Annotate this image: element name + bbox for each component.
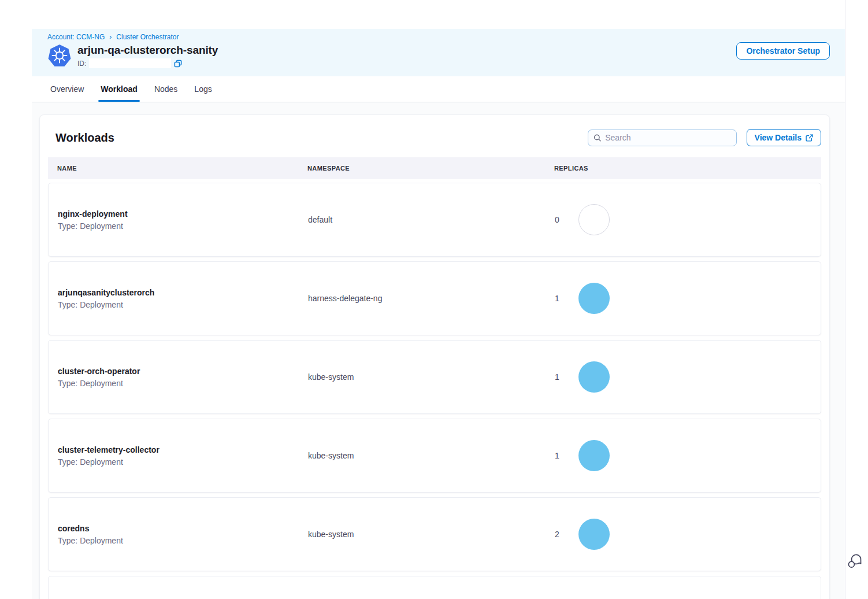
namespace-cell: harness-delegate-ng: [308, 294, 555, 303]
column-header-namespace: NAMESPACE: [307, 165, 554, 172]
workloads-title: Workloads: [55, 131, 114, 145]
orchestrator-setup-button[interactable]: Orchestrator Setup: [736, 42, 830, 60]
tab-bar: OverviewWorkloadNodesLogs: [32, 76, 845, 102]
workload-name: nginx-deployment: [58, 209, 308, 219]
namespace-cell: kube-system: [308, 451, 555, 460]
replicas-count: 0: [555, 215, 562, 224]
workload-name: coredns: [58, 524, 308, 533]
workload-name-cell: arjunqasanityclusterorchType: Deployment: [58, 288, 308, 309]
replicas-count: 2: [555, 530, 562, 539]
workload-namespace: kube-system: [308, 451, 555, 460]
replicas-indicator: [578, 204, 610, 235]
workload-namespace: kube-system: [308, 530, 555, 539]
cluster-id-row: ID:: [77, 58, 218, 68]
tab-logs[interactable]: Logs: [192, 76, 214, 102]
chat-bubbles-icon: [846, 553, 863, 570]
replicas-cell: 1: [555, 440, 821, 471]
workload-type: Type: Deployment: [58, 221, 308, 231]
replicas-indicator: [578, 283, 610, 314]
workload-name: cluster-orch-operator: [58, 367, 308, 376]
replicas-wrap: 2: [555, 519, 821, 550]
workload-name: arjunqasanityclusterorch: [58, 288, 308, 297]
title-block: arjun-qa-clusterorch-sanity ID:: [77, 43, 218, 68]
view-details-label: View Details: [755, 133, 802, 142]
workload-namespace: kube-system: [308, 372, 555, 382]
tab-workload[interactable]: Workload: [98, 76, 140, 102]
replicas-indicator: [578, 361, 610, 393]
cluster-id-label: ID:: [77, 60, 86, 68]
breadcrumb-account-link[interactable]: Account: CCM-NG: [47, 33, 105, 41]
page-content: Account: CCM-NG › Cluster Orchestrator: [32, 0, 845, 599]
page-title: arjun-qa-clusterorch-sanity: [77, 43, 218, 57]
workload-name-cell: cluster-telemetry-collectorType: Deploym…: [58, 445, 308, 467]
column-header-name: NAME: [57, 165, 307, 172]
tab-overview[interactable]: Overview: [48, 76, 86, 102]
replicas-cell: 2: [555, 519, 821, 550]
top-margin: [32, 0, 845, 29]
namespace-cell: kube-system: [308, 530, 555, 539]
table-row[interactable]: cluster-telemetry-collectorType: Deploym…: [48, 419, 821, 493]
copy-icon: [174, 60, 182, 68]
workloads-table-body: nginx-deploymentType: Deploymentdefault0…: [48, 183, 821, 599]
table-header: NAME NAMESPACE REPLICAS: [48, 157, 821, 179]
copy-id-button[interactable]: [174, 60, 182, 68]
replicas-count: 1: [555, 451, 562, 460]
workload-name-cell: corednsType: Deployment: [58, 524, 308, 545]
workload-namespace: default: [308, 215, 555, 224]
workload-type: Type: Deployment: [58, 300, 308, 309]
title-row: arjun-qa-clusterorch-sanity ID:: [47, 43, 830, 68]
replicas-indicator: [578, 440, 610, 471]
breadcrumb: Account: CCM-NG › Cluster Orchestrator: [47, 33, 830, 41]
workload-namespace: harness-delegate-ng: [308, 294, 555, 303]
workloads-search: [588, 130, 737, 146]
kubernetes-icon: [48, 44, 71, 67]
table-row-partial[interactable]: [48, 576, 821, 599]
namespace-cell: default: [308, 215, 555, 224]
table-row[interactable]: arjunqasanityclusterorchType: Deployment…: [48, 261, 821, 335]
table-row[interactable]: corednsType: Deploymentkube-system2: [48, 497, 821, 571]
external-link-icon: [806, 134, 813, 142]
help-chat-button[interactable]: [846, 553, 863, 570]
table-row[interactable]: nginx-deploymentType: Deploymentdefault0: [48, 183, 821, 257]
search-icon: [593, 134, 602, 142]
breadcrumb-section-link[interactable]: Cluster Orchestrator: [116, 33, 179, 41]
replicas-cell: 1: [555, 283, 821, 314]
search-input[interactable]: [605, 133, 730, 142]
workload-name-cell: nginx-deploymentType: Deployment: [58, 209, 308, 231]
column-header-replicas: REPLICAS: [554, 165, 821, 172]
replicas-wrap: 1: [555, 361, 821, 393]
replicas-count: 1: [555, 294, 562, 303]
replicas-wrap: 1: [555, 283, 821, 314]
replicas-count: 1: [555, 372, 562, 382]
breadcrumb-separator-icon: ›: [109, 33, 112, 41]
workloads-card-header: Workloads View Details: [48, 129, 821, 146]
replicas-wrap: 0: [555, 204, 821, 235]
workload-name: cluster-telemetry-collector: [58, 445, 308, 454]
replicas-indicator: [578, 519, 610, 550]
replicas-cell: 1: [555, 361, 821, 393]
view-details-button[interactable]: View Details: [747, 129, 821, 146]
workload-type: Type: Deployment: [58, 379, 308, 388]
namespace-cell: kube-system: [308, 372, 555, 382]
workload-type: Type: Deployment: [58, 457, 308, 467]
replicas-cell: 0: [555, 204, 821, 235]
table-row[interactable]: cluster-orch-operatorType: Deploymentkub…: [48, 340, 821, 414]
tab-nodes[interactable]: Nodes: [152, 76, 180, 102]
workload-type: Type: Deployment: [58, 536, 308, 545]
workload-name-cell: cluster-orch-operatorType: Deployment: [58, 367, 308, 388]
cluster-header: Account: CCM-NG › Cluster Orchestrator: [32, 29, 845, 76]
main-area: Workloads View Details: [32, 102, 845, 599]
workloads-card: Workloads View Details: [39, 114, 830, 599]
replicas-wrap: 1: [555, 440, 821, 471]
cluster-id-redacted: [89, 58, 171, 68]
